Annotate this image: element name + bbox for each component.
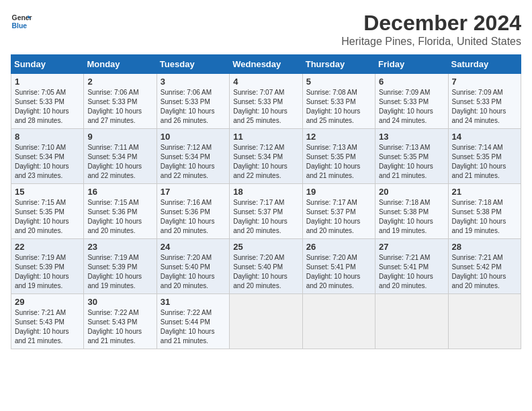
day-number: 11 <box>233 132 298 142</box>
calendar-week-4: 22Sunrise: 7:19 AM Sunset: 5:39 PM Dayli… <box>11 239 521 294</box>
day-number: 1 <box>15 77 80 87</box>
day-info: Sunrise: 7:13 AM Sunset: 5:35 PM Dayligh… <box>306 143 371 181</box>
header-cell-monday: Monday <box>84 55 157 74</box>
day-number: 18 <box>233 187 298 197</box>
day-number: 15 <box>15 187 80 197</box>
day-info: Sunrise: 7:21 AM Sunset: 5:43 PM Dayligh… <box>15 308 80 346</box>
day-number: 7 <box>452 77 517 87</box>
day-number: 27 <box>379 242 444 252</box>
day-number: 31 <box>161 297 226 307</box>
day-number: 4 <box>233 77 298 87</box>
day-info: Sunrise: 7:08 AM Sunset: 5:33 PM Dayligh… <box>306 88 371 126</box>
calendar-week-5: 29Sunrise: 7:21 AM Sunset: 5:43 PM Dayli… <box>11 294 521 349</box>
header-cell-tuesday: Tuesday <box>157 55 229 74</box>
day-number: 29 <box>15 297 80 307</box>
day-cell-22: 22Sunrise: 7:19 AM Sunset: 5:39 PM Dayli… <box>11 239 84 294</box>
day-number: 8 <box>15 132 80 142</box>
day-number: 19 <box>306 187 371 197</box>
calendar-body: 1Sunrise: 7:05 AM Sunset: 5:33 PM Daylig… <box>11 74 521 349</box>
calendar-subtitle: Heritage Pines, Florida, United States <box>341 36 521 48</box>
day-number: 16 <box>87 187 152 197</box>
day-cell-4: 4Sunrise: 7:07 AM Sunset: 5:33 PM Daylig… <box>230 74 302 129</box>
day-number: 13 <box>379 132 444 142</box>
day-cell-9: 9Sunrise: 7:11 AM Sunset: 5:34 PM Daylig… <box>84 129 157 184</box>
header-cell-wednesday: Wednesday <box>230 55 302 74</box>
day-number: 3 <box>161 77 226 87</box>
day-info: Sunrise: 7:20 AM Sunset: 5:41 PM Dayligh… <box>306 253 371 291</box>
header-cell-saturday: Saturday <box>448 55 521 74</box>
day-cell-11: 11Sunrise: 7:12 AM Sunset: 5:34 PM Dayli… <box>230 129 302 184</box>
day-cell-30: 30Sunrise: 7:22 AM Sunset: 5:43 PM Dayli… <box>84 294 157 349</box>
day-number: 25 <box>233 242 298 252</box>
day-number: 5 <box>306 77 371 87</box>
day-info: Sunrise: 7:15 AM Sunset: 5:35 PM Dayligh… <box>15 198 80 236</box>
empty-cell <box>375 294 448 349</box>
day-info: Sunrise: 7:12 AM Sunset: 5:34 PM Dayligh… <box>233 143 298 181</box>
day-number: 26 <box>306 242 371 252</box>
day-number: 2 <box>87 77 152 87</box>
day-info: Sunrise: 7:17 AM Sunset: 5:37 PM Dayligh… <box>306 198 371 236</box>
day-cell-18: 18Sunrise: 7:17 AM Sunset: 5:37 PM Dayli… <box>230 184 302 239</box>
day-cell-5: 5Sunrise: 7:08 AM Sunset: 5:33 PM Daylig… <box>302 74 375 129</box>
day-number: 12 <box>306 132 371 142</box>
day-info: Sunrise: 7:07 AM Sunset: 5:33 PM Dayligh… <box>233 88 298 126</box>
day-cell-23: 23Sunrise: 7:19 AM Sunset: 5:39 PM Dayli… <box>84 239 157 294</box>
day-cell-24: 24Sunrise: 7:20 AM Sunset: 5:40 PM Dayli… <box>157 239 229 294</box>
day-info: Sunrise: 7:22 AM Sunset: 5:43 PM Dayligh… <box>87 308 152 346</box>
day-cell-17: 17Sunrise: 7:16 AM Sunset: 5:36 PM Dayli… <box>157 184 229 239</box>
calendar-week-2: 8Sunrise: 7:10 AM Sunset: 5:34 PM Daylig… <box>11 129 521 184</box>
day-number: 6 <box>379 77 444 87</box>
day-info: Sunrise: 7:22 AM Sunset: 5:44 PM Dayligh… <box>161 308 226 346</box>
empty-cell <box>230 294 302 349</box>
day-number: 17 <box>161 187 226 197</box>
day-number: 23 <box>87 242 152 252</box>
day-number: 22 <box>15 242 80 252</box>
day-number: 20 <box>379 187 444 197</box>
day-cell-10: 10Sunrise: 7:12 AM Sunset: 5:34 PM Dayli… <box>157 129 229 184</box>
day-info: Sunrise: 7:06 AM Sunset: 5:33 PM Dayligh… <box>87 88 152 126</box>
logo: General Blue <box>11 11 32 32</box>
day-number: 30 <box>87 297 152 307</box>
day-info: Sunrise: 7:12 AM Sunset: 5:34 PM Dayligh… <box>161 143 226 181</box>
day-cell-6: 6Sunrise: 7:09 AM Sunset: 5:33 PM Daylig… <box>375 74 448 129</box>
day-info: Sunrise: 7:05 AM Sunset: 5:33 PM Dayligh… <box>15 88 80 126</box>
day-cell-16: 16Sunrise: 7:15 AM Sunset: 5:36 PM Dayli… <box>84 184 157 239</box>
header: General Blue December 2024 Heritage Pine… <box>11 11 521 48</box>
calendar-header-row: SundayMondayTuesdayWednesdayThursdayFrid… <box>11 55 521 74</box>
day-info: Sunrise: 7:13 AM Sunset: 5:35 PM Dayligh… <box>379 143 444 181</box>
day-info: Sunrise: 7:18 AM Sunset: 5:38 PM Dayligh… <box>379 198 444 236</box>
day-cell-25: 25Sunrise: 7:20 AM Sunset: 5:40 PM Dayli… <box>230 239 302 294</box>
day-info: Sunrise: 7:11 AM Sunset: 5:34 PM Dayligh… <box>87 143 152 181</box>
header-cell-friday: Friday <box>375 55 448 74</box>
day-number: 14 <box>452 132 517 142</box>
day-cell-2: 2Sunrise: 7:06 AM Sunset: 5:33 PM Daylig… <box>84 74 157 129</box>
day-cell-8: 8Sunrise: 7:10 AM Sunset: 5:34 PM Daylig… <box>11 129 84 184</box>
title-area: December 2024 Heritage Pines, Florida, U… <box>341 11 521 48</box>
day-cell-3: 3Sunrise: 7:06 AM Sunset: 5:33 PM Daylig… <box>157 74 229 129</box>
calendar-week-3: 15Sunrise: 7:15 AM Sunset: 5:35 PM Dayli… <box>11 184 521 239</box>
day-info: Sunrise: 7:09 AM Sunset: 5:33 PM Dayligh… <box>379 88 444 126</box>
calendar-table: SundayMondayTuesdayWednesdayThursdayFrid… <box>11 54 521 349</box>
day-cell-27: 27Sunrise: 7:21 AM Sunset: 5:41 PM Dayli… <box>375 239 448 294</box>
day-info: Sunrise: 7:18 AM Sunset: 5:38 PM Dayligh… <box>452 198 517 236</box>
day-cell-13: 13Sunrise: 7:13 AM Sunset: 5:35 PM Dayli… <box>375 129 448 184</box>
day-info: Sunrise: 7:21 AM Sunset: 5:42 PM Dayligh… <box>452 253 517 291</box>
day-info: Sunrise: 7:20 AM Sunset: 5:40 PM Dayligh… <box>161 253 226 291</box>
day-cell-28: 28Sunrise: 7:21 AM Sunset: 5:42 PM Dayli… <box>448 239 521 294</box>
day-number: 24 <box>161 242 226 252</box>
day-number: 21 <box>452 187 517 197</box>
day-cell-19: 19Sunrise: 7:17 AM Sunset: 5:37 PM Dayli… <box>302 184 375 239</box>
day-info: Sunrise: 7:20 AM Sunset: 5:40 PM Dayligh… <box>233 253 298 291</box>
day-info: Sunrise: 7:16 AM Sunset: 5:36 PM Dayligh… <box>161 198 226 236</box>
day-number: 10 <box>161 132 226 142</box>
day-cell-31: 31Sunrise: 7:22 AM Sunset: 5:44 PM Dayli… <box>157 294 229 349</box>
day-info: Sunrise: 7:09 AM Sunset: 5:33 PM Dayligh… <box>452 88 517 126</box>
day-info: Sunrise: 7:10 AM Sunset: 5:34 PM Dayligh… <box>15 143 80 181</box>
day-info: Sunrise: 7:06 AM Sunset: 5:33 PM Dayligh… <box>161 88 226 126</box>
header-cell-thursday: Thursday <box>302 55 375 74</box>
calendar-week-1: 1Sunrise: 7:05 AM Sunset: 5:33 PM Daylig… <box>11 74 521 129</box>
day-cell-1: 1Sunrise: 7:05 AM Sunset: 5:33 PM Daylig… <box>11 74 84 129</box>
day-info: Sunrise: 7:19 AM Sunset: 5:39 PM Dayligh… <box>87 253 152 291</box>
logo-icon: General Blue <box>11 11 32 32</box>
day-number: 9 <box>87 132 152 142</box>
